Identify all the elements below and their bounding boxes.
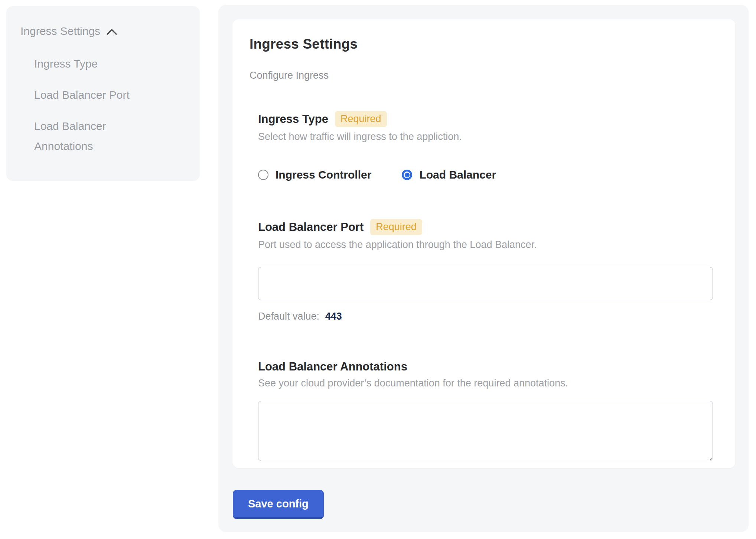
radio-option-ingress-controller[interactable]: Ingress Controller [258, 169, 371, 181]
field-load-balancer-annotations: Load Balancer Annotations See your cloud… [258, 360, 713, 463]
ingress-type-label: Ingress Type [258, 112, 328, 126]
radio-label: Ingress Controller [276, 169, 371, 181]
load-balancer-annotations-description: See your cloud provider’s documentation … [258, 378, 713, 389]
sidebar-list: Ingress Type Load Balancer Port Load Bal… [20, 54, 189, 156]
settings-sidebar: Ingress Settings Ingress Type Load Balan… [6, 6, 200, 181]
sidebar-item-load-balancer-port[interactable]: Load Balancer Port [34, 85, 160, 105]
load-balancer-annotations-textarea[interactable] [258, 401, 713, 461]
default-value-line: Default value: 443 [258, 311, 713, 322]
main-panel: Ingress Settings Configure Ingress Ingre… [218, 5, 749, 532]
ingress-form: Ingress Type Required Select how traffic… [250, 111, 713, 463]
required-badge: Required [335, 111, 387, 127]
field-ingress-type: Ingress Type Required Select how traffic… [258, 111, 713, 181]
radio-label: Load Balancer [419, 169, 496, 181]
ingress-type-description: Select how traffic will ingress to the a… [258, 131, 713, 143]
ingress-type-radio-group: Ingress Controller Load Balancer [258, 169, 713, 181]
radio-option-load-balancer[interactable]: Load Balancer [402, 169, 496, 181]
load-balancer-port-label: Load Balancer Port [258, 220, 364, 234]
ingress-settings-card: Ingress Settings Configure Ingress Ingre… [232, 19, 735, 468]
default-value: 443 [325, 311, 342, 322]
page-title: Ingress Settings [250, 36, 713, 52]
load-balancer-port-description: Port used to access the application thro… [258, 239, 713, 251]
sidebar-item-load-balancer-annotations[interactable]: Load Balancer Annotations [34, 116, 160, 156]
field-load-balancer-port: Load Balancer Port Required Port used to… [258, 219, 713, 322]
sidebar-group-ingress-settings[interactable]: Ingress Settings [20, 25, 189, 37]
radio-dot [405, 173, 410, 177]
save-config-button[interactable]: Save config [233, 490, 324, 519]
sidebar-group-label: Ingress Settings [20, 25, 100, 37]
load-balancer-annotations-label: Load Balancer Annotations [258, 360, 407, 373]
sidebar-item-ingress-type[interactable]: Ingress Type [34, 54, 160, 74]
load-balancer-port-input[interactable] [258, 267, 713, 300]
chevron-up-icon[interactable] [106, 28, 117, 36]
required-badge: Required [370, 219, 422, 235]
radio-unselected-icon [258, 170, 268, 180]
default-value-label: Default value: [258, 311, 319, 322]
page-subtitle: Configure Ingress [250, 70, 713, 81]
radio-selected-icon [402, 170, 412, 180]
